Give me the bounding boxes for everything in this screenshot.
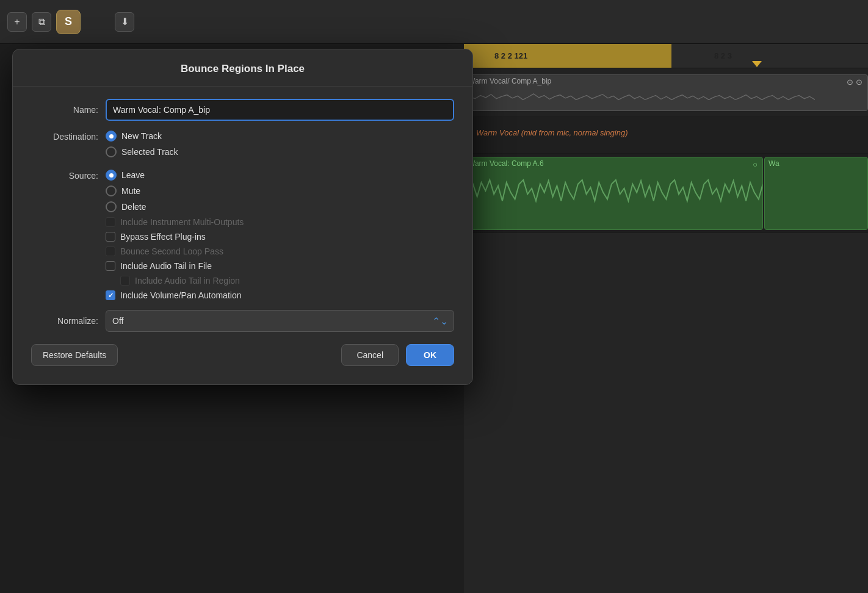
source-leave-radio[interactable] — [106, 170, 117, 181]
destination-selected-track-radio[interactable] — [106, 146, 117, 157]
source-leave-label: Leave — [121, 170, 145, 180]
dialog-body: Name: Destination: New Track Selected Tr… — [13, 87, 472, 332]
checkbox-audio-tail-region[interactable]: Include Audio Tail in Region — [120, 276, 454, 286]
link-icon: ⊙ ⊙ — [847, 77, 863, 87]
region-label-green-2: Wa — [765, 157, 783, 170]
checkbox-audio-tail-file[interactable]: Include Audio Tail in File — [106, 261, 454, 271]
region-circle-icon: ○ — [753, 160, 758, 169]
top-toolbar: + ⧉ S ⬇ — [0, 0, 868, 44]
checkbox-instrument-multi-outputs-label: Include Instrument Multi-Outputs — [120, 217, 244, 227]
track-annotation-label: Warm Vocal (mid from mic, normal singing… — [476, 128, 628, 137]
checkbox-bypass-effects[interactable]: Bypass Effect Plug-ins — [106, 232, 454, 242]
source-radio-group: Leave Mute Delete — [106, 170, 146, 212]
track-row-annotation: Warm Vocal (mid from mic, normal singing… — [464, 117, 868, 154]
waveform-gray — [465, 89, 815, 110]
restore-defaults-button[interactable]: Restore Defaults — [31, 344, 118, 366]
source-label: Source: — [31, 170, 98, 181]
region-label-warm-vocal-comp: Warm Vocal/ Comp A_bip — [465, 74, 555, 88]
source-mute-radio[interactable] — [106, 185, 117, 196]
normalize-select[interactable]: Off On — [106, 310, 454, 332]
timeline-area: 8 2 2 121 8 2 3 Warm Vocal/ Comp A_bip ⊙… — [464, 44, 868, 593]
add-button[interactable]: + — [7, 12, 27, 32]
checkbox-audio-tail-file-box[interactable] — [106, 261, 115, 271]
dialog-title: Bounce Regions In Place — [13, 49, 472, 87]
checkbox-instrument-multi-outputs-box[interactable] — [106, 217, 115, 227]
checkbox-audio-tail-file-label: Include Audio Tail in File — [120, 261, 212, 271]
track-row-1: Warm Vocal/ Comp A_bip ⊙ ⊙ — [464, 68, 868, 117]
ruler-label-1: 8 2 2 121 — [482, 51, 540, 60]
checkbox-bypass-effects-box[interactable] — [106, 232, 115, 242]
checkbox-volume-pan-automation-label: Include Volume/Pan Automation — [120, 290, 241, 300]
ok-button[interactable]: OK — [406, 344, 454, 366]
name-field-row: Name: — [31, 99, 454, 121]
checkbox-bounce-second-loop-label: Bounce Second Loop Pass — [120, 246, 223, 256]
normalize-select-wrapper: Off On ⌃⌄ — [106, 310, 454, 332]
destination-selected-track-label: Selected Track — [121, 147, 178, 157]
duplicate-button[interactable]: ⧉ — [32, 12, 51, 32]
destination-new-track-label: New Track — [121, 131, 162, 141]
bounce-regions-dialog: Bounce Regions In Place Name: Destinatio… — [12, 49, 473, 385]
source-delete-label: Delete — [121, 202, 146, 212]
audio-region-green-2[interactable]: Wa — [764, 157, 868, 230]
checkbox-bypass-effects-label: Bypass Effect Plug-ins — [120, 232, 206, 242]
timeline-ruler: 8 2 2 121 8 2 3 — [464, 44, 868, 68]
source-mute[interactable]: Mute — [106, 185, 146, 196]
s-button[interactable]: S — [56, 10, 81, 34]
audio-region-gray[interactable]: Warm Vocal/ Comp A_bip ⊙ ⊙ — [464, 74, 868, 111]
destination-row: Destination: New Track Selected Track — [31, 131, 454, 157]
destination-label: Destination: — [31, 131, 98, 142]
destination-new-track-radio[interactable] — [106, 131, 117, 142]
button-row: Restore Defaults Cancel OK — [13, 344, 472, 366]
name-label: Name: — [31, 105, 98, 115]
waveform-green — [465, 176, 763, 226]
source-delete-radio[interactable] — [106, 201, 117, 212]
destination-new-track[interactable]: New Track — [106, 131, 178, 142]
cancel-button[interactable]: Cancel — [341, 344, 399, 366]
download-button[interactable]: ⬇ — [115, 12, 134, 32]
checkbox-bounce-second-loop[interactable]: Bounce Second Loop Pass — [106, 246, 454, 256]
source-delete[interactable]: Delete — [106, 201, 146, 212]
name-input[interactable] — [106, 99, 454, 121]
destination-radio-group: New Track Selected Track — [106, 131, 178, 157]
normalize-label: Normalize: — [31, 316, 98, 326]
checkbox-audio-tail-region-box[interactable] — [120, 276, 130, 286]
playhead-marker — [752, 61, 762, 67]
region-label-green-1: Warm Vocal: Comp A.6 — [465, 157, 548, 170]
checkbox-section: Include Instrument Multi-Outputs Bypass … — [106, 217, 454, 300]
normalize-row: Normalize: Off On ⌃⌄ — [31, 310, 454, 332]
ruler-label-2: 8 2 3 — [702, 51, 744, 60]
source-row: Source: Leave Mute Delete — [31, 170, 454, 212]
audio-region-green-1[interactable]: Warm Vocal: Comp A.6 ○ — [464, 157, 763, 230]
checkbox-instrument-multi-outputs[interactable]: Include Instrument Multi-Outputs — [106, 217, 454, 227]
checkbox-volume-pan-automation-box[interactable] — [106, 290, 115, 300]
source-leave[interactable]: Leave — [106, 170, 146, 181]
track-row-green: Warm Vocal: Comp A.6 ○ Wa — [464, 154, 868, 233]
checkbox-bounce-second-loop-box[interactable] — [106, 246, 115, 256]
checkbox-volume-pan-automation[interactable]: Include Volume/Pan Automation — [106, 290, 454, 300]
checkbox-audio-tail-region-label: Include Audio Tail in Region — [135, 276, 240, 286]
source-mute-label: Mute — [121, 186, 140, 196]
destination-selected-track[interactable]: Selected Track — [106, 146, 178, 157]
